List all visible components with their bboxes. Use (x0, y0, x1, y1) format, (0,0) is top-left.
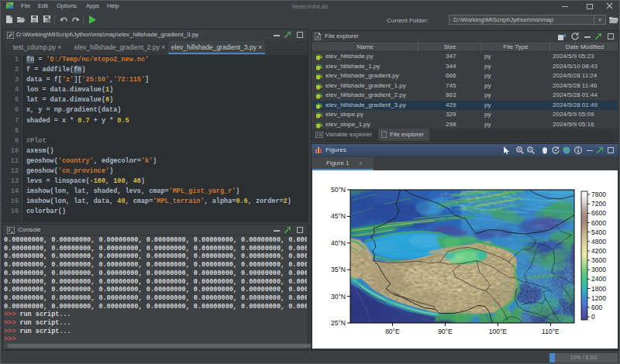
svg-text:1200: 1200 (591, 294, 606, 302)
svg-text:6600: 6600 (591, 209, 606, 217)
svg-text:45°N: 45°N (331, 212, 346, 220)
svg-text:90°E: 90°E (438, 328, 453, 335)
svg-text:25°N: 25°N (331, 319, 346, 327)
svg-text:35°N: 35°N (331, 266, 346, 273)
svg-text:3600: 3600 (591, 256, 606, 264)
svg-text:30°N: 30°N (331, 293, 346, 300)
svg-text:5400: 5400 (591, 228, 606, 236)
svg-text:0: 0 (591, 313, 595, 321)
svg-text:4800: 4800 (591, 238, 606, 246)
svg-text:7200: 7200 (591, 200, 606, 208)
svg-text:2400: 2400 (591, 275, 606, 283)
svg-text:40°N: 40°N (331, 239, 346, 247)
svg-text:80°E: 80°E (385, 328, 400, 335)
svg-text:7800: 7800 (591, 191, 606, 198)
svg-text:1800: 1800 (591, 285, 606, 293)
svg-text:600: 600 (591, 304, 602, 311)
svg-text:3000: 3000 (591, 266, 606, 273)
svg-text:50°N: 50°N (331, 186, 346, 194)
svg-text:6000: 6000 (591, 219, 606, 227)
svg-text:4200: 4200 (591, 247, 606, 255)
svg-text:100°E: 100°E (489, 328, 508, 335)
svg-text:110°E: 110°E (542, 328, 560, 335)
